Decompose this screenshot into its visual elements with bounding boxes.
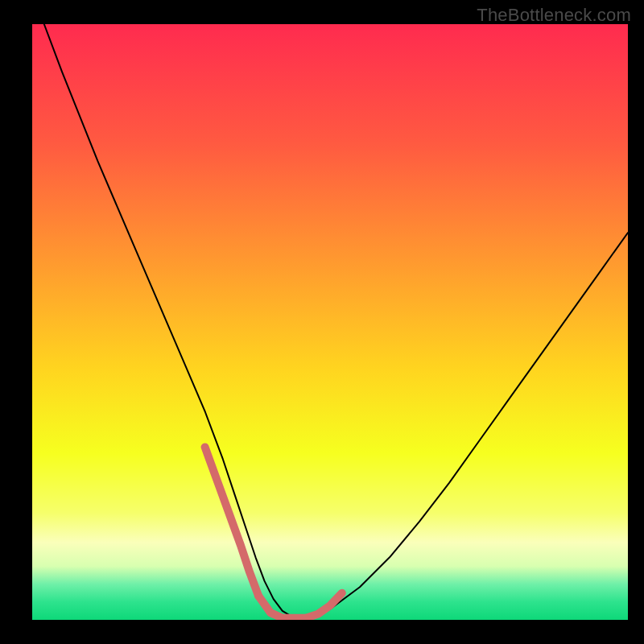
plot-area	[32, 24, 628, 620]
series-marker-band-bottom	[258, 596, 306, 617]
watermark-text: TheBottleneck.com	[477, 5, 631, 26]
chart-curves	[32, 24, 628, 620]
series-marker-band-left	[205, 447, 259, 596]
chart-frame: TheBottleneck.com	[0, 0, 644, 644]
series-bottleneck-curve	[44, 24, 628, 618]
series-marker-band-right	[306, 593, 341, 618]
